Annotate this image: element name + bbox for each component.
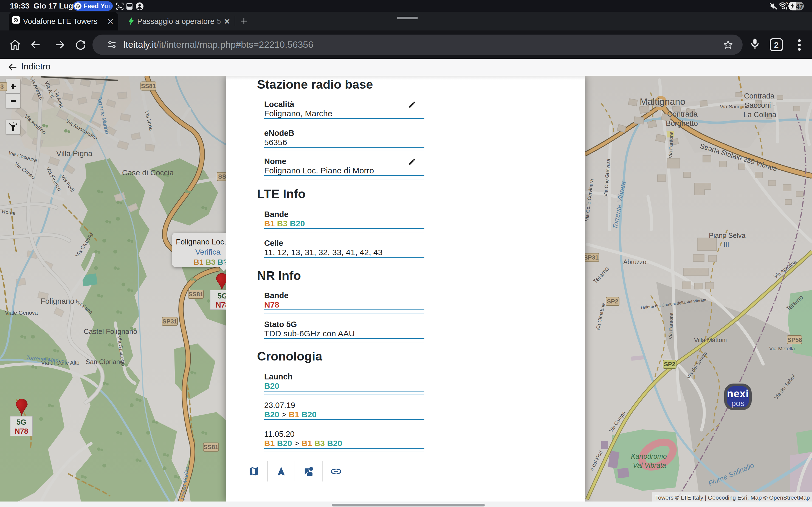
svg-text:Via Metella: Via Metella (769, 346, 795, 351)
svg-text:San Cipriano: San Cipriano (85, 358, 124, 365)
svg-text:Sacconi -: Sacconi - (745, 101, 775, 109)
svg-text:Val Vibrata: Val Vibrata (633, 461, 666, 469)
svg-text:Borghetto: Borghetto (666, 119, 698, 127)
svg-text:5: 5 (786, 1, 788, 5)
svg-text:Villa Pigna: Villa Pigna (56, 149, 93, 158)
svg-text:Contrada: Contrada (667, 110, 698, 118)
svg-text:Contrada: Contrada (744, 92, 775, 100)
svg-text:Via Faraone: Via Faraone (668, 131, 674, 158)
svg-text:Piano Selva: Piano Selva (709, 232, 746, 239)
svg-text:Via Sacconi: Via Sacconi (720, 104, 747, 109)
svg-text:Via Faraone: Via Faraone (668, 313, 674, 339)
svg-text:III: III (723, 240, 729, 248)
svg-text:Maltignano: Maltignano (640, 96, 685, 107)
svg-text:Folignano: Folignano (41, 297, 74, 305)
svg-text:Abruzzo: Abruzzo (623, 259, 646, 266)
svg-text:Case di Coccia: Case di Coccia (122, 168, 174, 177)
svg-text:Kartodromo: Kartodromo (631, 452, 667, 460)
svg-text:La Collina: La Collina (743, 111, 776, 119)
svg-text:Villa Mattoni: Villa Mattoni (694, 337, 727, 343)
svg-text:Viale Genova: Viale Genova (5, 310, 38, 316)
svg-text:Castel Folignano: Castel Folignano (84, 327, 137, 336)
